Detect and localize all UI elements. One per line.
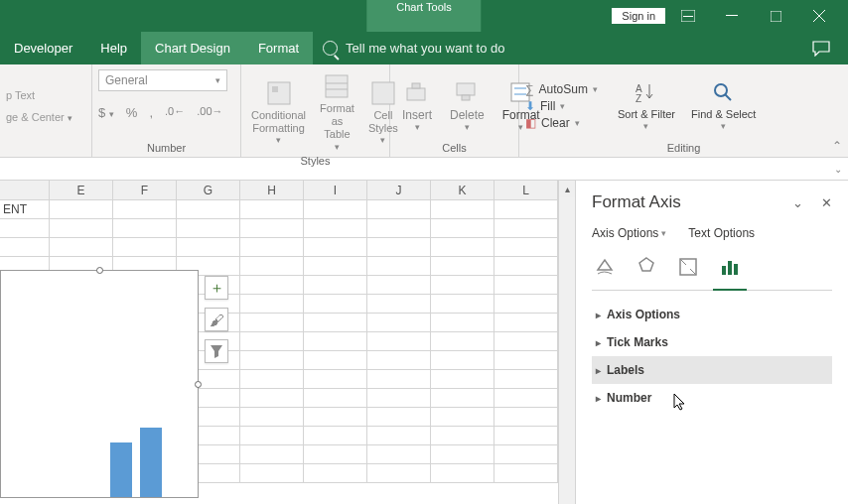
chart-float-buttons: ＋ 🖌	[205, 276, 228, 363]
tab-chart-design[interactable]: Chart Design	[141, 32, 244, 64]
expand-formula-bar-icon[interactable]: ⌄	[834, 164, 842, 175]
cell[interactable]: ENT	[0, 200, 50, 219]
column-header[interactable]: L	[495, 181, 558, 199]
format-axis-pane: Format Axis ⌄ ✕ Axis Options ▾ Text Opti…	[575, 181, 848, 504]
sigma-icon: ∑	[525, 82, 534, 96]
find-select-button[interactable]: Find & Select▾	[685, 77, 762, 134]
chevron-down-icon: ▾	[661, 228, 666, 238]
scroll-up-button[interactable]: ▴	[559, 181, 575, 197]
sign-in-button[interactable]: Sign in	[612, 8, 665, 24]
editing-group: ∑ AutoSum ▾ ⬇ Fill ▾ ◧ Clear ▾ AZ Sort &…	[519, 64, 848, 157]
fill-line-icon[interactable]	[592, 254, 618, 280]
conditional-formatting-icon	[265, 79, 293, 107]
section-tick-marks[interactable]: ▸ Tick Marks	[592, 328, 832, 356]
svg-rect-1	[683, 16, 693, 17]
chevron-right-icon: ▸	[596, 393, 601, 404]
svg-rect-13	[462, 95, 470, 100]
column-header[interactable]: F	[113, 181, 177, 199]
conditional-formatting-button[interactable]: Conditional Formatting ▾	[247, 76, 310, 149]
column-header[interactable]	[0, 181, 50, 199]
chart-elements-button[interactable]: ＋	[205, 276, 228, 300]
column-header[interactable]: I	[304, 181, 367, 199]
tab-help[interactable]: Help	[86, 32, 141, 64]
close-button[interactable]	[798, 0, 840, 32]
percent-format-button[interactable]: %	[126, 105, 138, 120]
delete-button[interactable]: Delete▾	[444, 77, 491, 135]
svg-rect-2	[726, 15, 738, 16]
increase-decimal-button[interactable]: .0←	[165, 105, 185, 120]
axis-options-tab[interactable]: Axis Options ▾	[592, 226, 666, 240]
size-properties-icon[interactable]	[675, 254, 701, 280]
tab-format[interactable]: Format	[244, 32, 313, 64]
chevron-right-icon: ▸	[596, 310, 601, 320]
comments-icon[interactable]	[812, 41, 848, 57]
worksheet-area: E F G H I J K L ENT	[0, 181, 848, 504]
effects-icon[interactable]	[634, 254, 659, 280]
lightbulb-icon	[323, 41, 338, 56]
svg-rect-20	[728, 261, 732, 275]
find-icon	[711, 80, 737, 106]
axis-options-icon[interactable]	[717, 254, 743, 280]
number-group: General ▾ $ ▾ % , .0← .00→ Number	[92, 64, 241, 157]
ribbon-display-options-icon[interactable]	[667, 0, 709, 32]
styles-group: Conditional Formatting ▾ Format as Table…	[241, 64, 390, 157]
chart-bars	[110, 428, 162, 497]
column-header[interactable]: K	[431, 181, 495, 199]
maximize-button[interactable]	[755, 0, 796, 32]
svg-rect-10	[407, 88, 425, 100]
svg-text:Z: Z	[636, 93, 641, 104]
delete-cells-icon	[454, 80, 480, 106]
column-header[interactable]: H	[240, 181, 304, 199]
pane-close-button[interactable]: ✕	[821, 195, 832, 210]
tell-me-label: Tell me what you want to do	[346, 41, 504, 56]
collapse-ribbon-icon[interactable]: ⌃	[832, 139, 842, 153]
column-header[interactable]: J	[367, 181, 431, 199]
autosum-button[interactable]: ∑ AutoSum ▾	[525, 82, 598, 96]
vertical-scrollbar[interactable]: ▴	[558, 181, 575, 504]
editing-group-label: Editing	[525, 142, 842, 155]
formula-bar[interactable]: ⌄	[0, 158, 848, 181]
embedded-chart[interactable]	[0, 270, 199, 498]
resize-handle[interactable]	[96, 267, 103, 274]
accounting-format-button[interactable]: $ ▾	[98, 105, 114, 120]
plus-icon: ＋	[210, 279, 224, 298]
svg-rect-5	[272, 86, 278, 92]
column-header[interactable]: E	[50, 181, 113, 199]
chevron-right-icon: ▸	[596, 337, 601, 348]
section-labels[interactable]: ▸ Labels	[592, 356, 832, 384]
tell-me-search[interactable]: Tell me what you want to do	[323, 41, 504, 56]
clear-button[interactable]: ◧ Clear ▾	[525, 116, 598, 130]
svg-rect-4	[268, 82, 290, 104]
svg-rect-6	[326, 75, 348, 97]
text-options-tab[interactable]: Text Options	[688, 226, 755, 240]
sort-filter-button[interactable]: AZ Sort & Filter▾	[612, 77, 681, 134]
chart-bar[interactable]	[110, 442, 132, 497]
minimize-button[interactable]	[711, 0, 753, 32]
chart-filters-button[interactable]	[205, 339, 228, 363]
resize-handle[interactable]	[195, 381, 202, 388]
comma-format-button[interactable]: ,	[149, 105, 153, 120]
number-format-dropdown[interactable]: General ▾	[98, 69, 227, 91]
wrap-text-button[interactable]: p Text	[6, 89, 35, 101]
fill-button[interactable]: ⬇ Fill ▾	[525, 99, 598, 113]
number-format-value: General	[105, 73, 148, 87]
section-number[interactable]: ▸ Number	[592, 384, 832, 412]
chart-styles-button[interactable]: 🖌	[205, 308, 228, 331]
eraser-icon: ◧	[525, 116, 536, 130]
insert-button[interactable]: Insert▾	[396, 77, 438, 135]
pane-title: Format Axis	[592, 192, 681, 212]
format-as-table-icon	[323, 72, 351, 100]
section-axis-options[interactable]: ▸ Axis Options	[592, 301, 832, 328]
svg-rect-3	[771, 11, 781, 22]
column-headers: E F G H I J K L	[0, 181, 558, 200]
format-as-table-button[interactable]: Format as Table ▾	[316, 69, 358, 155]
merge-center-button[interactable]: ge & Center ▾	[6, 111, 72, 123]
number-group-label: Number	[98, 142, 234, 155]
svg-rect-21	[734, 264, 738, 275]
decrease-decimal-button[interactable]: .00→	[197, 105, 222, 120]
pane-options-icon[interactable]: ⌄	[792, 195, 803, 210]
chart-bar[interactable]	[140, 428, 162, 497]
column-header[interactable]: G	[177, 181, 240, 199]
chevron-down-icon: ▾	[215, 75, 220, 85]
tab-developer[interactable]: Developer	[0, 32, 86, 64]
